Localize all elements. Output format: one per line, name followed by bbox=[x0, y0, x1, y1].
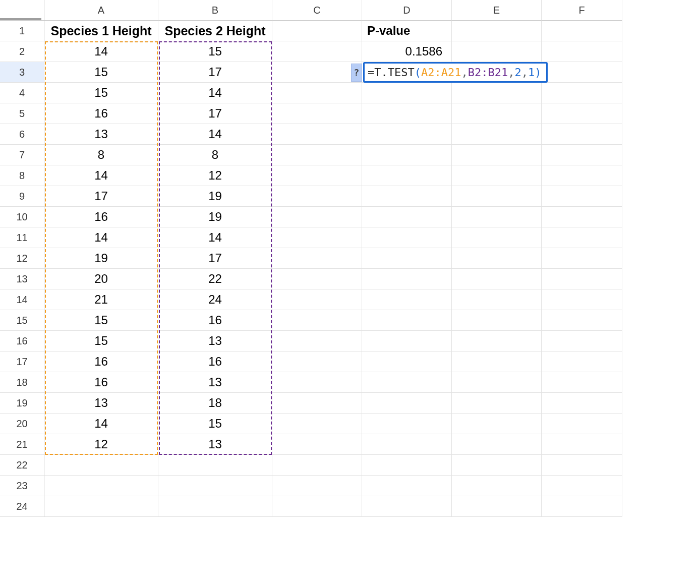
column-header-b[interactable]: B bbox=[158, 0, 272, 21]
cell-B24[interactable] bbox=[158, 496, 272, 517]
cell-C5[interactable] bbox=[272, 103, 362, 124]
cell-C16[interactable] bbox=[272, 331, 362, 351]
cell-C7[interactable] bbox=[272, 145, 362, 165]
cell-A14[interactable]: 21 bbox=[44, 289, 158, 310]
cell-A20[interactable]: 14 bbox=[44, 414, 158, 434]
cell-A16[interactable]: 15 bbox=[44, 331, 158, 351]
spreadsheet-grid[interactable]: ABCDEF1Species 1 HeightSpecies 2 HeightP… bbox=[0, 0, 700, 517]
cell-B21[interactable]: 13 bbox=[158, 434, 272, 455]
cell-E21[interactable] bbox=[452, 434, 542, 455]
cell-B16[interactable]: 13 bbox=[158, 331, 272, 351]
cell-E9[interactable] bbox=[452, 186, 542, 207]
row-header-10[interactable]: 10 bbox=[0, 207, 44, 227]
cell-A23[interactable] bbox=[44, 476, 158, 496]
row-header-9[interactable]: 9 bbox=[0, 186, 44, 207]
cell-B4[interactable]: 14 bbox=[158, 83, 272, 103]
row-header-24[interactable]: 24 bbox=[0, 496, 44, 517]
cell-A8[interactable]: 14 bbox=[44, 165, 158, 186]
cell-B6[interactable]: 14 bbox=[158, 124, 272, 145]
cell-B17[interactable]: 16 bbox=[158, 351, 272, 372]
cell-F13[interactable] bbox=[542, 269, 622, 289]
cell-A9[interactable]: 17 bbox=[44, 186, 158, 207]
cell-F4[interactable] bbox=[542, 83, 622, 103]
cell-F6[interactable] bbox=[542, 124, 622, 145]
cell-E13[interactable] bbox=[452, 269, 542, 289]
cell-C4[interactable] bbox=[272, 83, 362, 103]
cell-B5[interactable]: 17 bbox=[158, 103, 272, 124]
cell-A2[interactable]: 14 bbox=[44, 41, 158, 62]
row-header-3[interactable]: 3 bbox=[0, 62, 44, 83]
cell-F20[interactable] bbox=[542, 414, 622, 434]
cell-D18[interactable] bbox=[362, 372, 452, 393]
cell-A11[interactable]: 14 bbox=[44, 227, 158, 248]
cell-F23[interactable] bbox=[542, 476, 622, 496]
cell-D7[interactable] bbox=[362, 145, 452, 165]
cell-C9[interactable] bbox=[272, 186, 362, 207]
cell-D23[interactable] bbox=[362, 476, 452, 496]
cell-C19[interactable] bbox=[272, 393, 362, 414]
cell-C10[interactable] bbox=[272, 207, 362, 227]
cell-C17[interactable] bbox=[272, 351, 362, 372]
cell-C23[interactable] bbox=[272, 476, 362, 496]
row-header-16[interactable]: 16 bbox=[0, 331, 44, 351]
cell-E2[interactable] bbox=[452, 41, 542, 62]
cell-B2[interactable]: 15 bbox=[158, 41, 272, 62]
row-header-12[interactable]: 12 bbox=[0, 248, 44, 269]
cell-A17[interactable]: 16 bbox=[44, 351, 158, 372]
row-header-2[interactable]: 2 bbox=[0, 41, 44, 62]
cell-B3[interactable]: 17 bbox=[158, 62, 272, 83]
cell-D2[interactable]: 0.1586 bbox=[362, 41, 452, 62]
row-header-1[interactable]: 1 bbox=[0, 21, 44, 41]
row-header-21[interactable]: 21 bbox=[0, 434, 44, 455]
row-header-19[interactable]: 19 bbox=[0, 393, 44, 414]
column-header-a[interactable]: A bbox=[44, 0, 158, 21]
column-header-e[interactable]: E bbox=[452, 0, 542, 21]
cell-A4[interactable]: 15 bbox=[44, 83, 158, 103]
cell-F5[interactable] bbox=[542, 103, 622, 124]
cell-A3[interactable]: 15 bbox=[44, 62, 158, 83]
cell-C3[interactable] bbox=[272, 62, 362, 83]
cell-C15[interactable] bbox=[272, 310, 362, 331]
cell-D6[interactable] bbox=[362, 124, 452, 145]
cell-A6[interactable]: 13 bbox=[44, 124, 158, 145]
cell-B13[interactable]: 22 bbox=[158, 269, 272, 289]
row-header-14[interactable]: 14 bbox=[0, 289, 44, 310]
cell-D12[interactable] bbox=[362, 248, 452, 269]
cell-F21[interactable] bbox=[542, 434, 622, 455]
cell-D19[interactable] bbox=[362, 393, 452, 414]
cell-A15[interactable]: 15 bbox=[44, 310, 158, 331]
cell-E22[interactable] bbox=[452, 455, 542, 476]
cell-B8[interactable]: 12 bbox=[158, 165, 272, 186]
cell-C20[interactable] bbox=[272, 414, 362, 434]
cell-A5[interactable]: 16 bbox=[44, 103, 158, 124]
cell-C2[interactable] bbox=[272, 41, 362, 62]
cell-F15[interactable] bbox=[542, 310, 622, 331]
cell-B22[interactable] bbox=[158, 455, 272, 476]
cell-F19[interactable] bbox=[542, 393, 622, 414]
cell-E4[interactable] bbox=[452, 83, 542, 103]
cell-E16[interactable] bbox=[452, 331, 542, 351]
cell-A7[interactable]: 8 bbox=[44, 145, 158, 165]
cell-B1[interactable]: Species 2 Height bbox=[158, 21, 272, 41]
cell-C18[interactable] bbox=[272, 372, 362, 393]
row-header-17[interactable]: 17 bbox=[0, 351, 44, 372]
cell-C21[interactable] bbox=[272, 434, 362, 455]
cell-C22[interactable] bbox=[272, 455, 362, 476]
row-header-5[interactable]: 5 bbox=[0, 103, 44, 124]
cell-B7[interactable]: 8 bbox=[158, 145, 272, 165]
cell-F9[interactable] bbox=[542, 186, 622, 207]
row-header-7[interactable]: 7 bbox=[0, 145, 44, 165]
column-header-f[interactable]: F bbox=[542, 0, 622, 21]
cell-B23[interactable] bbox=[158, 476, 272, 496]
cell-F14[interactable] bbox=[542, 289, 622, 310]
cell-D16[interactable] bbox=[362, 331, 452, 351]
row-header-8[interactable]: 8 bbox=[0, 165, 44, 186]
cell-E14[interactable] bbox=[452, 289, 542, 310]
cell-D22[interactable] bbox=[362, 455, 452, 476]
formula-editor[interactable]: ? =T.TEST(A2:A21, B2:B21, 2, 1) bbox=[351, 62, 548, 83]
cell-E19[interactable] bbox=[452, 393, 542, 414]
cell-E10[interactable] bbox=[452, 207, 542, 227]
cell-D11[interactable] bbox=[362, 227, 452, 248]
row-header-18[interactable]: 18 bbox=[0, 372, 44, 393]
cell-A22[interactable] bbox=[44, 455, 158, 476]
